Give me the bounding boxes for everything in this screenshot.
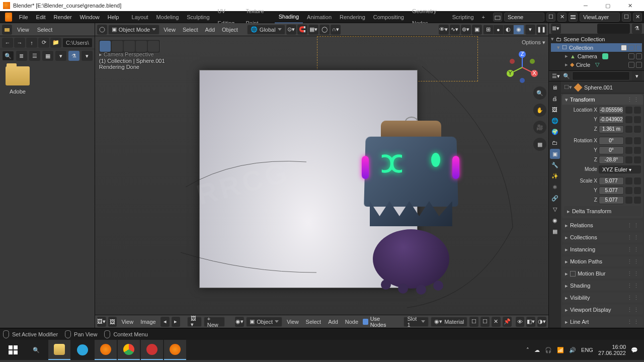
fb-up-button[interactable]: ↑ [26, 38, 37, 48]
tab-material-icon[interactable]: ◉ [550, 215, 560, 225]
fb-refresh-button[interactable]: ⟳ [38, 38, 49, 48]
shading-wireframe-icon[interactable]: ⊞ [484, 25, 494, 34]
taskbar-telegram-icon[interactable] [71, 340, 94, 360]
shading-solid-icon[interactable]: ● [494, 25, 504, 34]
node-editor-type-icon[interactable]: ◉▾ [235, 317, 244, 327]
fb-back-button[interactable]: ← [2, 38, 13, 48]
object-mode-dropdown[interactable]: ▣Object Mode [108, 25, 159, 35]
tab-data-icon[interactable]: ▽ [550, 204, 560, 214]
node-overlay-eye-icon[interactable]: 👁 [516, 317, 525, 327]
fb-menu-select[interactable]: Select [34, 24, 56, 36]
outliner-tree[interactable]: ▾🗀 Scene Collection ▾☐ Collection ▸▲ Cam… [549, 34, 644, 70]
panel-shading[interactable]: ▸Shading⋮⋮ [562, 281, 643, 291]
scale-z-input[interactable]: 5.077 [599, 196, 624, 204]
fb-newdir-button[interactable]: 📁 [50, 38, 61, 48]
overlay-toggle[interactable]: ⊚▾ [461, 25, 471, 35]
tray-cloud-icon[interactable]: ☁ [534, 347, 540, 353]
fb-display-colum-icon[interactable]: ☰ [29, 51, 40, 61]
tab-texture-icon[interactable]: ▦ [550, 226, 560, 236]
vp-menu-object[interactable]: Object [219, 24, 241, 36]
blender-logo-icon[interactable] [5, 13, 12, 22]
workspace-tab-animation[interactable]: Animation [303, 11, 336, 23]
tab-output-icon[interactable]: 🖨 [550, 94, 560, 104]
panel-visibility[interactable]: ▸Visibility⋮⋮ [562, 293, 643, 303]
properties-editor-type-icon[interactable]: ☰▾ [551, 71, 561, 81]
tray-notifications-icon[interactable]: 💬 [631, 347, 638, 353]
workspace-tab-scripting[interactable]: Scripting [448, 11, 478, 23]
zoom-gizmo-icon[interactable]: 🔍 [533, 86, 546, 100]
taskbar-app1-icon[interactable] [141, 340, 163, 360]
loc-y-input[interactable]: -0.043902 [599, 116, 624, 124]
outliner-item-circle[interactable]: ▸◆ Circle▽ [551, 60, 642, 69]
tab-constraints-icon[interactable]: 🔗 [550, 193, 560, 203]
tab-world-icon[interactable]: 🌍 [550, 127, 560, 137]
panel-motion-blur[interactable]: ▸Motion Blur⋮⋮ [562, 268, 643, 279]
material-pin-icon[interactable]: 📌 [503, 317, 512, 327]
tool-select-circle-icon[interactable] [124, 41, 135, 52]
fb-folder-item[interactable]: Adobe [4, 66, 31, 95]
viewlayer-new-button[interactable]: ☐ [622, 13, 631, 22]
vp-menu-view[interactable]: View [160, 24, 179, 36]
rot-x-input[interactable]: 0° [599, 137, 624, 145]
outliner-item-camera[interactable]: ▸▲ Camera [551, 52, 642, 60]
fb-display-list-icon[interactable]: ≣ [16, 51, 27, 61]
rot-mode-dropdown[interactable]: XYZ Euler ▾ [599, 165, 641, 173]
tray-volume-icon[interactable]: 🔊 [569, 347, 576, 353]
fb-path-input[interactable]: C:\Users\ [62, 38, 93, 48]
viewport-3d[interactable]: ▸ Camera Perspective (1) Collection | Sp… [95, 36, 548, 315]
vp-menu-select[interactable]: Select [180, 24, 201, 36]
lock-icon[interactable] [625, 107, 632, 114]
rot-z-input[interactable]: -28.8° [599, 156, 624, 164]
dot-icon[interactable] [634, 107, 641, 114]
loc-z-input[interactable]: 1.361 m [599, 125, 624, 133]
material-unlink-icon[interactable]: ✕ [492, 317, 501, 327]
fb-display-thumb-icon[interactable]: ▦ [42, 51, 53, 61]
taskbar-blender2-icon[interactable] [164, 340, 186, 360]
viewport-editor-type-icon[interactable] [97, 25, 107, 35]
node-menu-select[interactable]: Select [303, 316, 324, 328]
scene-selector[interactable]: Scene [504, 13, 544, 22]
tray-language[interactable]: ENG [581, 347, 593, 353]
fb-search-input[interactable]: 🔍 [2, 51, 14, 61]
node-menu-node[interactable]: Node [343, 316, 361, 328]
shading-matprev-icon[interactable]: ◐ [504, 25, 514, 34]
panel-motion-paths[interactable]: ▸Motion Paths⋮⋮ [562, 256, 643, 266]
outliner-editor-type-icon[interactable]: ≣▾ [551, 24, 561, 34]
scale-y-input[interactable]: 5.077 [599, 187, 624, 195]
material-new-icon[interactable]: ☐ [480, 317, 490, 327]
xray-toggle[interactable]: ▣ [472, 25, 482, 35]
fb-menu-view[interactable]: View [14, 24, 32, 36]
img-menu-image[interactable]: Image [138, 316, 158, 328]
tool-select-more-icon[interactable] [148, 41, 159, 52]
proportional-toggle[interactable]: ◯ [319, 25, 330, 35]
properties-options-icon[interactable]: ▾ [632, 71, 642, 81]
window-maximize-button[interactable]: ▢ [597, 0, 619, 11]
image-next-icon[interactable]: ▸ [172, 317, 181, 327]
camera-gizmo-icon[interactable]: 🎥 [533, 121, 546, 134]
breadcrumb-object-name[interactable]: Sphere.001 [584, 84, 613, 90]
panel-instancing[interactable]: ▸Instancing⋮⋮ [562, 244, 643, 254]
taskbar-search-icon[interactable]: 🔍 [25, 340, 47, 360]
window-close-button[interactable]: ✕ [619, 0, 641, 11]
vp-menu-add[interactable]: Add [202, 24, 218, 36]
menu-window[interactable]: Window [76, 11, 104, 23]
panel-viewport-display[interactable]: ▸Viewport Display⋮⋮ [562, 305, 643, 315]
material-slot-dropdown[interactable]: Slot 1 [404, 317, 429, 327]
node-menu-add[interactable]: Add [326, 316, 341, 328]
image-new-button[interactable]: + New [204, 317, 225, 327]
menu-file[interactable]: File [15, 11, 32, 23]
menu-help[interactable]: Help [104, 11, 123, 23]
workspace-tab-sculpting[interactable]: Sculpting [183, 11, 213, 23]
tab-collection-icon[interactable]: 🗀 [550, 138, 560, 148]
node-overlay-dropdown[interactable]: ◧▾ [526, 317, 535, 327]
tray-chevron-up-icon[interactable]: ˄ [526, 347, 529, 353]
gizmo-toggle[interactable]: ∿▾ [450, 25, 460, 35]
tab-particles-icon[interactable]: ✨ [550, 171, 560, 181]
window-minimize-button[interactable]: ─ [575, 0, 597, 11]
workspace-tab-rendering[interactable]: Rendering [336, 11, 369, 23]
tool-select-lasso-icon[interactable] [136, 41, 147, 52]
material-users-icon[interactable]: ☐ [469, 317, 478, 327]
image-prev-icon[interactable]: ◂ [160, 317, 170, 327]
workspace-tab-shading[interactable]: Shading [275, 11, 303, 24]
shading-dropdown-icon[interactable]: ▾ [525, 25, 535, 35]
